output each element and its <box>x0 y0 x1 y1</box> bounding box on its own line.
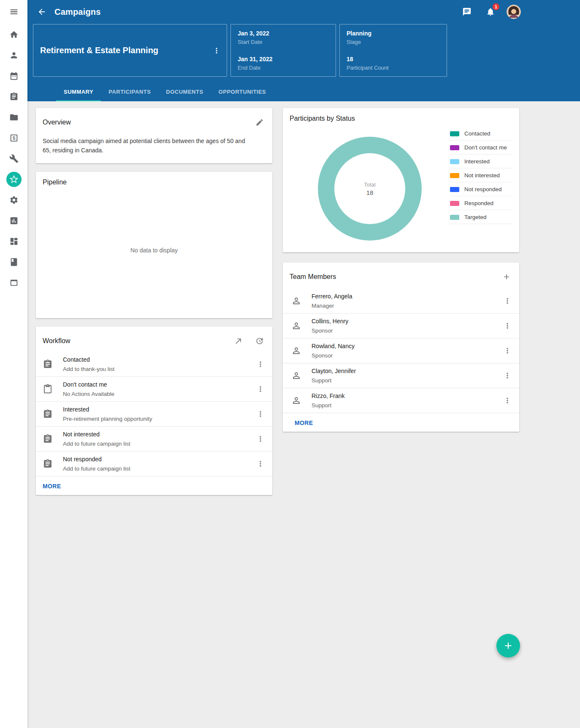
workflow-more-button[interactable]: MORE <box>43 483 61 490</box>
add-fab-button[interactable] <box>496 634 520 658</box>
overview-title: Overview <box>43 119 71 126</box>
sidebar-tools-button[interactable] <box>5 149 23 168</box>
kebab-menu-icon <box>256 435 265 443</box>
team-member-role: Sponsor <box>312 352 499 359</box>
tab-documents[interactable]: DOCUMENTS <box>158 83 211 101</box>
plus-icon <box>503 640 514 651</box>
participant-count-label: Participant Count <box>347 65 440 71</box>
user-avatar[interactable] <box>507 5 521 19</box>
sidebar-reports-button[interactable] <box>5 211 23 230</box>
legend-swatch <box>450 173 459 178</box>
team-member-text: Collins, Henry Sponsor <box>312 318 499 334</box>
overview-body-text: Social media campaign aimed at potential… <box>36 130 260 163</box>
workflow-item-not-interested: Not interested Add to future campaign li… <box>36 427 272 452</box>
workflow-item-text: Contacted Add to thank-you list <box>63 356 252 372</box>
team-member-menu-button[interactable] <box>499 392 516 409</box>
top-app-bar: Campaigns 1 <box>27 0 580 24</box>
topbar-actions: 1 <box>459 4 521 19</box>
sidebar-seminars-button[interactable]: S <box>5 129 23 147</box>
workflow-item-menu-button[interactable] <box>252 356 269 373</box>
tab-opportunities[interactable]: OPPORTUNITIES <box>211 83 274 101</box>
legend-item-not-interested: Not interested <box>450 168 512 182</box>
stage-label: Stage <box>347 39 440 45</box>
donut-wrap: Total 18 <box>290 122 450 241</box>
campaign-menu-button[interactable] <box>208 42 225 59</box>
legend-item-not-responded: Not responded <box>450 182 512 196</box>
chat-icon <box>462 7 472 16</box>
contact-person-icon <box>9 51 19 60</box>
back-button[interactable] <box>33 3 50 20</box>
workflow-item-title: Contacted <box>63 356 252 363</box>
person-outline-icon <box>291 395 301 406</box>
kebab-menu-icon <box>256 460 265 468</box>
add-team-member-button[interactable] <box>499 269 514 284</box>
notifications-button[interactable]: 1 <box>483 4 498 19</box>
sidebar-settings-button[interactable] <box>5 191 23 209</box>
team-member-name: Clayton, Jennifer <box>312 368 499 374</box>
workflow-update-button[interactable] <box>252 333 267 349</box>
team-member-menu-button[interactable] <box>499 317 516 334</box>
team-member-text: Rowland, Nancy Sponsor <box>312 343 499 359</box>
sidebar-documents-button[interactable] <box>5 108 23 127</box>
legend-label: Responded <box>464 200 493 206</box>
legend-label: Not interested <box>464 172 500 179</box>
kebab-menu-icon <box>256 385 265 393</box>
legend-swatch <box>450 215 459 220</box>
legend-swatch <box>450 187 459 192</box>
legend-item-contacted: Contacted <box>450 127 512 141</box>
sidebar-contacts-button[interactable] <box>5 46 23 65</box>
person-outline-icon <box>291 346 301 356</box>
sidebar-dashboard-button[interactable] <box>5 232 23 251</box>
campaign-tabs: SUMMARY PARTICIPANTS DOCUMENTS OPPORTUNI… <box>56 83 580 101</box>
folder-icon <box>9 113 19 122</box>
kebab-menu-icon <box>256 360 265 368</box>
workflow-item-subtitle: Add to future campaign list <box>63 465 252 472</box>
workflow-item-menu-button[interactable] <box>252 381 269 398</box>
chat-button[interactable] <box>459 4 474 19</box>
participant-count-value: 18 <box>347 56 440 62</box>
sidebar-knowledgebase-button[interactable] <box>5 253 23 271</box>
workflow-item-menu-button[interactable] <box>252 455 269 472</box>
workflow-item-subtitle: No Actions Available <box>63 391 252 397</box>
open-arrow-icon <box>234 337 243 345</box>
workflow-item-subtitle: Add to future campaign list <box>63 441 252 447</box>
team-member-menu-button[interactable] <box>499 342 516 359</box>
kebab-menu-icon <box>503 396 512 405</box>
notification-badge: 1 <box>493 3 499 10</box>
tab-summary[interactable]: SUMMARY <box>56 83 101 101</box>
kebab-menu-icon <box>503 346 512 355</box>
end-date-value: Jan 31, 2022 <box>238 56 329 62</box>
sidebar-calendar-button[interactable] <box>5 67 23 85</box>
workflow-item-menu-button[interactable] <box>252 406 269 422</box>
team-member-text: Clayton, Jennifer Support <box>312 368 499 384</box>
sidebar-campaigns-button-active[interactable] <box>5 170 23 189</box>
legend-swatch <box>450 131 459 136</box>
team-member-text: Rizzo, Frank Support <box>312 392 499 409</box>
team-member-role: Manager <box>312 303 499 309</box>
sidebar-menu-button[interactable] <box>5 3 23 21</box>
legend-label: Contacted <box>464 130 491 137</box>
team-members-list: Ferrero, Angela Manager <box>283 289 519 413</box>
campaigns-star-icon <box>10 175 18 184</box>
empty-clipboard-icon <box>43 384 53 394</box>
team-member-name: Rizzo, Frank <box>312 392 499 399</box>
team-title: Team Members <box>290 273 336 281</box>
workflow-card: Workflow <box>36 327 272 495</box>
sidebar-home-button[interactable] <box>5 25 23 44</box>
sidebar-activities-button[interactable] <box>5 87 23 106</box>
tab-participants[interactable]: PARTICIPANTS <box>101 83 158 101</box>
team-more-button[interactable]: MORE <box>295 419 313 426</box>
workflow-item-menu-button[interactable] <box>252 430 269 447</box>
donut-total-value: 18 <box>366 189 374 196</box>
sidebar-accounts-button[interactable] <box>5 273 23 292</box>
team-member-menu-button[interactable] <box>499 367 516 384</box>
browser-card-icon <box>9 278 19 287</box>
start-date-group: Jan 3, 2022 Start Date <box>238 30 329 45</box>
workflow-item-title: Not interested <box>63 431 252 438</box>
team-member-menu-button[interactable] <box>499 292 516 309</box>
workflow-open-button[interactable] <box>231 333 246 349</box>
overview-edit-button[interactable] <box>252 115 267 130</box>
team-members-card: Team Members Ferrero, Angela <box>283 263 519 432</box>
kebab-menu-icon <box>503 297 512 305</box>
back-arrow-icon <box>37 7 46 16</box>
